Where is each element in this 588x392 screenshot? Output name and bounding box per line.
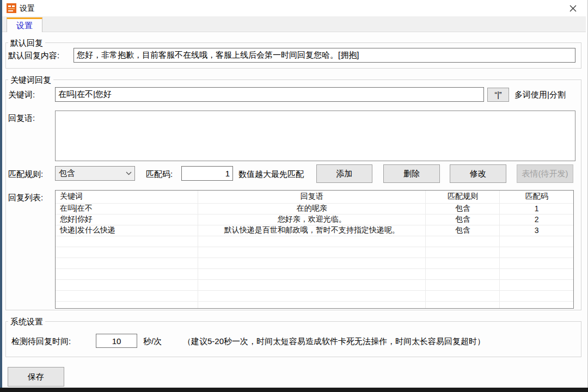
empty-row [56, 290, 573, 301]
match-rule-selected-value: 包含 [56, 168, 122, 179]
empty-row [56, 301, 573, 309]
cell-code: 1 [500, 203, 573, 214]
cell-keyword: 在吗|在不 [56, 203, 198, 214]
save-button[interactable]: 保存 [8, 367, 64, 387]
cell-reply: 您好亲，欢迎光临。 [198, 214, 426, 225]
tab-strip: 设置 [2, 16, 586, 32]
empty-row [56, 268, 573, 279]
cell-reply: 默认快递是百世和邮政哦，暂时不支持指定快递呢。 [198, 225, 426, 236]
cell-keyword: 您好|你好 [56, 214, 198, 225]
cell-reply: 在的呢亲 [198, 203, 426, 214]
column-header-keyword[interactable]: 关键词 [56, 191, 198, 203]
separator-hint: 多词使用|分割 [514, 90, 566, 100]
emoji-button-disabled: 表情(待开发) [517, 164, 573, 183]
settings-window: 设置 设置 默认回复 默认回复内容: 关键词回复 关键词: [2, 0, 588, 388]
table-row[interactable]: 快递|发什么快递 默认快递是百世和邮政哦，暂时不支持指定快递呢。 包含 3 [56, 225, 573, 236]
modify-button[interactable]: 修改 [450, 164, 506, 183]
check-time-hint: （建议5-20秒一次，时间太短容易造成软件卡死无法操作，时间太长容易回复超时） [183, 336, 485, 347]
match-code-input[interactable] [181, 166, 233, 181]
desktop-edge-bottom [0, 388, 588, 392]
add-button[interactable]: 添加 [316, 164, 372, 183]
close-icon [569, 5, 577, 12]
insert-separator-button[interactable]: “|” [487, 88, 509, 102]
default-reply-content-input[interactable] [74, 48, 575, 63]
titlebar: 设置 [2, 0, 586, 16]
empty-row [56, 247, 573, 258]
check-time-label: 检测待回复时间: [11, 336, 71, 347]
empty-row [56, 236, 573, 247]
tab-settings-label: 设置 [16, 21, 33, 31]
chevron-down-icon [122, 171, 134, 175]
reply-list-label: 回复列表: [8, 193, 43, 203]
match-code-label: 匹配码: [146, 169, 173, 180]
group-default-reply-title: 默认回复 [8, 38, 45, 48]
group-system-settings: 系统设置 检测待回复时间: 秒/次 （建议5-20秒一次，时间太短容易造成软件卡… [5, 321, 581, 357]
cell-code: 2 [500, 214, 573, 225]
empty-row [56, 279, 573, 290]
cell-rule: 包含 [426, 203, 500, 214]
match-priority-hint: 数值越大最先匹配 [238, 169, 304, 180]
cell-code: 3 [500, 225, 573, 236]
delete-button[interactable]: 删除 [383, 164, 440, 183]
close-button[interactable] [562, 2, 584, 15]
group-keyword-reply-title: 关键词回复 [8, 75, 53, 85]
check-time-input[interactable] [96, 334, 137, 348]
app-icon [7, 3, 16, 13]
group-keyword-reply: 关键词回复 关键词: “|” 多词使用|分割 回复语: 匹配规则: 包含 匹配码… [5, 79, 581, 310]
cell-rule: 包含 [426, 214, 500, 225]
table-header-row: 关键词 回复语 匹配规则 匹配码 [56, 191, 573, 203]
cell-keyword: 快递|发什么快递 [56, 225, 198, 236]
cell-rule: 包含 [426, 225, 500, 236]
reply-textarea[interactable] [55, 111, 575, 161]
match-rule-select[interactable]: 包含 [55, 166, 135, 181]
tab-settings[interactable]: 设置 [7, 17, 42, 33]
empty-row [56, 258, 573, 268]
window-title: 设置 [20, 4, 35, 14]
keyword-label: 关键词: [8, 90, 35, 100]
match-rule-label: 匹配规则: [8, 169, 43, 180]
table-row[interactable]: 您好|你好 您好亲，欢迎光临。 包含 2 [56, 214, 573, 225]
default-reply-content-label: 默认回复内容: [8, 51, 59, 61]
reply-label: 回复语: [8, 113, 35, 124]
keyword-input[interactable] [55, 87, 484, 102]
column-header-rule[interactable]: 匹配规则 [426, 191, 500, 203]
group-system-settings-title: 系统设置 [8, 316, 45, 327]
column-header-reply[interactable]: 回复语 [198, 191, 426, 203]
group-default-reply: 默认回复 默认回复内容: [5, 42, 581, 69]
column-header-code[interactable]: 匹配码 [500, 191, 573, 203]
table-row[interactable]: 在吗|在不 在的呢亲 包含 1 [56, 203, 573, 214]
reply-table: 关键词 回复语 匹配规则 匹配码 在吗|在不 在的呢亲 包含 1 [55, 190, 574, 309]
tab-page: 默认回复 默认回复内容: 关键词回复 关键词: “|” 多词使用|分割 回复语:… [2, 32, 586, 388]
check-time-unit: 秒/次 [143, 336, 162, 347]
